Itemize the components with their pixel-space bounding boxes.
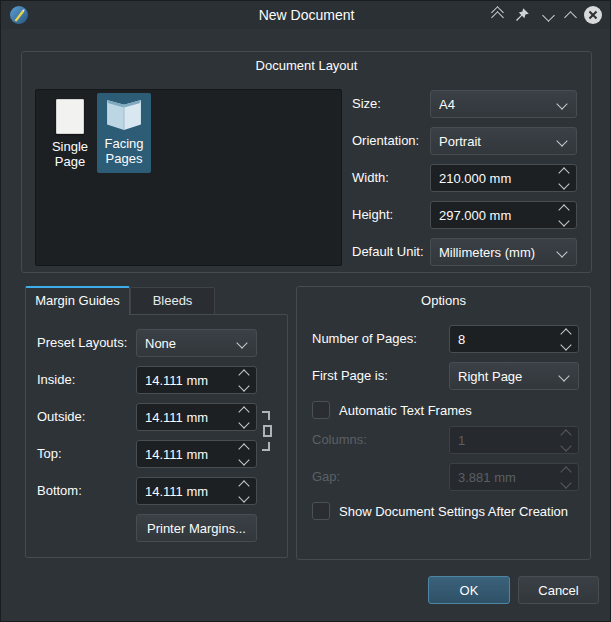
number-of-pages-spinbox[interactable]: 8: [449, 325, 579, 353]
orientation-value: Portrait: [439, 134, 552, 149]
spinner-arrows[interactable]: [560, 206, 570, 225]
width-value: 210.000 mm: [439, 171, 560, 186]
show-document-settings-label: Show Document Settings After Creation: [339, 504, 568, 519]
columns-label: Columns:: [312, 426, 367, 454]
chevron-down-icon: [556, 135, 567, 146]
tab-bleeds[interactable]: Bleeds: [130, 287, 215, 315]
width-spinbox[interactable]: 210.000 mm: [430, 164, 577, 192]
facing-pages-icon: [103, 99, 145, 131]
default-unit-label: Default Unit:: [352, 238, 424, 266]
size-value: A4: [439, 97, 552, 112]
minimize-button[interactable]: [539, 6, 557, 24]
spinner-arrows[interactable]: [560, 169, 570, 188]
single-page-icon: [56, 99, 84, 134]
height-spinbox[interactable]: 297.000 mm: [430, 201, 577, 229]
gap-spinbox: 3.881 mm: [449, 463, 579, 491]
size-label: Size:: [352, 90, 381, 118]
number-of-pages-label: Number of Pages:: [312, 325, 417, 353]
chevron-up-icon: [564, 11, 577, 24]
chevron-down-icon: [558, 370, 569, 381]
layout-item-facing-pages[interactable]: Facing Pages: [97, 93, 151, 173]
show-document-settings-row: Show Document Settings After Creation: [312, 501, 568, 521]
number-of-pages-value: 8: [458, 332, 562, 347]
close-button[interactable]: [584, 6, 602, 24]
columns-value: 1: [458, 433, 562, 448]
size-combobox[interactable]: A4: [430, 90, 577, 118]
automatic-text-frames-row: Automatic Text Frames: [312, 400, 472, 420]
columns-spinbox: 1: [449, 426, 579, 454]
layout-item-label: Facing Pages: [98, 136, 150, 166]
first-page-combobox[interactable]: Right Page: [449, 362, 579, 390]
gap-value: 3.881 mm: [458, 470, 562, 485]
chevron-down-icon: [556, 98, 567, 109]
spinner-arrows: [562, 431, 572, 450]
first-page-value: Right Page: [458, 369, 554, 384]
new-document-dialog: New Document Document Layout Single Pa: [0, 0, 611, 622]
chevron-down-icon: [556, 246, 567, 257]
pin-icon: [514, 7, 530, 23]
orientation-label: Orientation:: [352, 127, 419, 155]
layout-item-label: Single Page: [44, 139, 96, 169]
layout-item-single-page[interactable]: Single Page: [43, 93, 97, 173]
document-layout-group-title: Document Layout: [22, 58, 591, 73]
maximize-button[interactable]: [561, 6, 579, 24]
spinner-arrows[interactable]: [562, 330, 572, 349]
close-icon: [584, 6, 602, 24]
automatic-text-frames-label: Automatic Text Frames: [339, 403, 472, 418]
keep-above-button[interactable]: [488, 6, 506, 24]
document-layout-group: Document Layout Single Page Facing Pages…: [21, 51, 592, 273]
ok-button[interactable]: OK: [428, 576, 510, 604]
width-label: Width:: [352, 164, 389, 192]
pin-button[interactable]: [513, 6, 531, 24]
tab-margin-guides[interactable]: Margin Guides: [25, 286, 130, 315]
orientation-combobox[interactable]: Portrait: [430, 127, 577, 155]
double-chevron-up-icon: [493, 10, 502, 20]
layout-icon-list: Single Page Facing Pages: [35, 89, 342, 266]
options-group: Options Number of Pages: 8 First Page is…: [296, 286, 591, 560]
show-document-settings-checkbox[interactable]: [312, 502, 330, 520]
height-label: Height:: [352, 201, 393, 229]
height-value: 297.000 mm: [439, 208, 560, 223]
chevron-down-icon: [542, 9, 555, 22]
first-page-label: First Page is:: [312, 362, 388, 390]
default-unit-value: Millimeters (mm): [439, 245, 552, 260]
gap-label: Gap:: [312, 463, 340, 491]
titlebar: New Document: [1, 1, 611, 29]
options-group-title: Options: [297, 293, 590, 308]
cancel-button[interactable]: Cancel: [518, 576, 599, 604]
spinner-arrows: [562, 468, 572, 487]
default-unit-combobox[interactable]: Millimeters (mm): [430, 238, 577, 266]
automatic-text-frames-checkbox[interactable]: [312, 401, 330, 419]
margin-guides-pane: [25, 314, 288, 558]
